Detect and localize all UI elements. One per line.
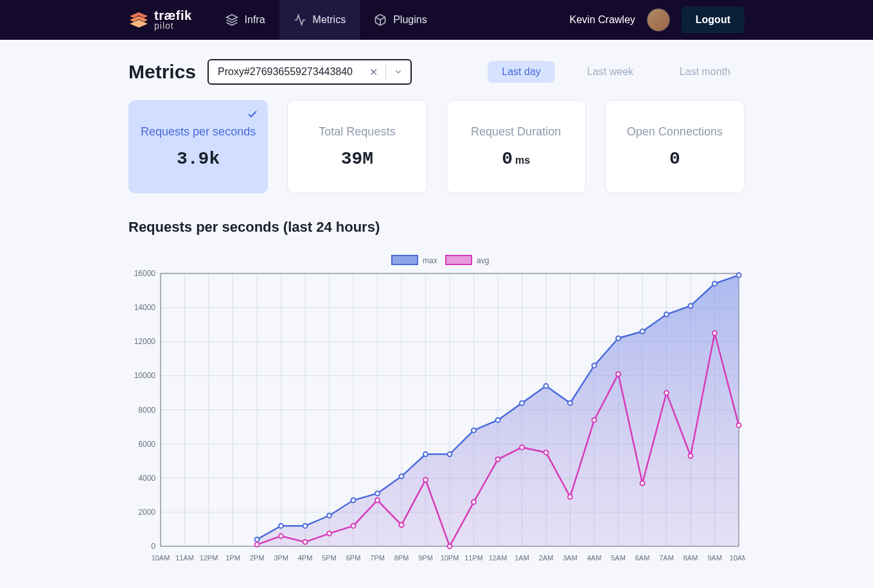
card-open-connections[interactable]: Open Connections 0 [605,100,745,193]
svg-text:9PM: 9PM [418,554,433,562]
svg-point-80 [472,428,476,433]
svg-point-96 [351,524,356,528]
svg-text:12AM: 12AM [489,554,507,562]
metric-cards: Requests per seconds 3.9k Total Requests… [128,100,745,193]
svg-text:6000: 6000 [138,440,155,449]
svg-point-93 [279,534,283,539]
svg-point-90 [712,281,717,286]
nav-label: Metrics [313,14,346,26]
svg-text:11AM: 11AM [175,554,194,562]
card-title: Request Duration [457,125,575,139]
svg-point-100 [448,544,452,549]
svg-point-101 [472,499,476,504]
svg-text:4AM: 4AM [587,554,602,562]
chevron-down-icon[interactable] [386,67,410,76]
svg-point-107 [616,372,621,376]
card-rps[interactable]: Requests per seconds 3.9k [128,100,268,193]
svg-point-92 [255,542,260,547]
svg-point-79 [448,452,452,456]
proxy-selector[interactable]: Proxy#276936559273443840 ✕ [207,59,412,85]
svg-marker-0 [226,15,237,20]
svg-point-76 [375,491,380,496]
svg-text:6PM: 6PM [346,554,361,562]
avatar[interactable] [647,8,670,31]
svg-point-112 [737,423,741,428]
svg-text:14000: 14000 [134,303,156,312]
svg-text:4PM: 4PM [298,554,313,562]
clear-icon[interactable]: ✕ [362,66,385,78]
svg-point-85 [592,363,597,368]
svg-text:2000: 2000 [138,508,155,517]
svg-text:10PM: 10PM [441,554,459,562]
filter-last-month[interactable]: Last month [666,61,745,83]
svg-text:0: 0 [151,542,155,551]
svg-point-88 [664,312,669,316]
card-total-requests[interactable]: Total Requests 39M [287,100,427,193]
svg-text:3PM: 3PM [274,554,288,562]
filter-last-week[interactable]: Last week [573,61,648,83]
svg-point-78 [423,452,428,456]
nav-right: Kevin Crawley Logout [570,6,873,33]
svg-point-86 [616,336,621,340]
svg-point-83 [544,384,549,388]
svg-point-104 [544,450,549,454]
logout-button[interactable]: Logout [682,6,745,33]
svg-point-109 [664,390,669,395]
svg-text:10AM: 10AM [730,554,745,562]
svg-point-87 [640,329,645,334]
svg-point-108 [640,481,645,485]
svg-point-82 [520,401,524,405]
svg-point-103 [520,445,524,449]
svg-text:8AM: 8AM [683,554,698,562]
nav-label: Plugins [393,14,427,26]
svg-text:5AM: 5AM [611,554,626,562]
card-value: 0ms [457,149,575,169]
cube-icon [374,13,387,26]
svg-point-89 [689,304,693,308]
svg-text:avg: avg [477,256,489,265]
chart-svg: 020004000600080001000012000140001600010A… [128,251,745,566]
svg-point-95 [327,532,331,536]
svg-text:11PM: 11PM [464,554,483,562]
nav-item-infra[interactable]: Infra [211,0,279,40]
svg-point-97 [375,498,380,503]
layers-icon [225,13,238,26]
svg-rect-115 [446,255,472,264]
svg-text:7AM: 7AM [659,554,674,562]
svg-point-84 [568,401,572,405]
svg-text:2AM: 2AM [539,554,554,562]
card-request-duration[interactable]: Request Duration 0ms [446,100,586,193]
nav-item-metrics[interactable]: Metrics [279,0,360,40]
svg-point-91 [737,273,741,277]
svg-text:10AM: 10AM [152,554,170,562]
nav-item-plugins[interactable]: Plugins [360,0,441,40]
logo-text: træfik [154,9,192,22]
svg-point-98 [400,523,404,527]
svg-text:3AM: 3AM [563,554,578,562]
card-value: 0 [616,149,734,169]
chart-title: Requests per seconds (last 24 hours) [128,219,745,236]
card-title: Total Requests [298,125,416,139]
svg-text:6AM: 6AM [635,554,650,562]
chart: 020004000600080001000012000140001600010A… [128,251,745,566]
svg-text:8000: 8000 [138,406,155,415]
svg-text:10000: 10000 [134,371,156,380]
svg-text:1PM: 1PM [225,554,240,562]
svg-text:max: max [423,256,437,265]
svg-point-74 [327,514,331,518]
header-row: Metrics Proxy#276936559273443840 ✕ Last … [128,59,745,85]
logo[interactable]: træfik pilot [128,9,192,31]
svg-rect-113 [392,255,418,264]
logo-icon [128,11,149,29]
username: Kevin Crawley [570,14,635,26]
card-title: Open Connections [616,125,734,139]
nav-items: Infra Metrics Plugins [211,0,441,40]
svg-text:12PM: 12PM [200,554,218,562]
svg-point-94 [303,540,308,544]
svg-text:12000: 12000 [134,337,156,346]
svg-point-73 [303,524,308,528]
svg-text:4000: 4000 [138,474,155,483]
filter-last-day[interactable]: Last day [488,61,554,83]
svg-point-71 [255,537,260,542]
main-content: Metrics Proxy#276936559273443840 ✕ Last … [0,40,873,585]
